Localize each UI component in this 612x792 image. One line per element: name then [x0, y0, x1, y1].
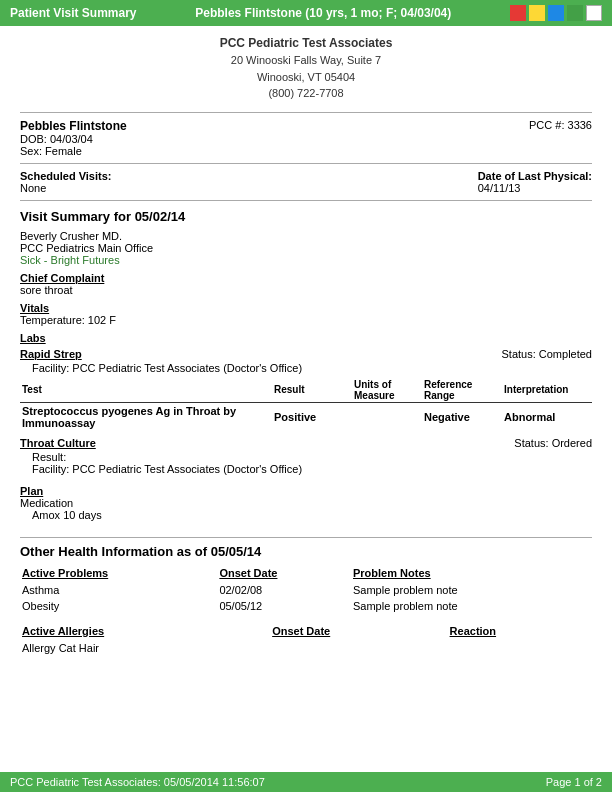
lab1-status: Status: Completed [502, 348, 593, 360]
header-title: Patient Visit Summary [10, 6, 137, 20]
patient-info-row: Pebbles Flintstone DOB: 04/03/04 Sex: Fe… [20, 119, 592, 157]
page: Patient Visit Summary Pebbles Flintstone… [0, 0, 612, 792]
allergy-1-name: Allergy Cat Hair [22, 641, 270, 655]
active-allergies-col: Active Allergies [22, 625, 270, 639]
divider-3 [20, 200, 592, 201]
provider-name: Beverly Crusher MD. [20, 230, 592, 242]
col-result: Result [272, 378, 352, 403]
dob-label: DOB: [20, 133, 47, 145]
header-patient: Pebbles Flintstone (10 yrs, 1 mo; F; 04/… [195, 6, 451, 20]
chief-complaint-label: Chief Complaint [20, 272, 592, 284]
dob-value: 04/03/04 [50, 133, 93, 145]
divider-2 [20, 163, 592, 164]
scheduled-value: None [20, 182, 112, 194]
blue-icon [548, 5, 564, 21]
lab1-name: Rapid Strep [20, 348, 82, 360]
col-test: Test [20, 378, 272, 403]
pcc-label: PCC #: [529, 119, 564, 131]
scheduled-visits-row: Scheduled Visits: None Date of Last Phys… [20, 170, 592, 194]
col-interp: Interpretation [502, 378, 592, 403]
lab1-header: Rapid Strep Status: Completed [20, 348, 592, 360]
divider-4 [20, 537, 592, 538]
plan-label: Plan [20, 485, 592, 497]
practice-info: PCC Pediatric Test Associates 20 Winoosk… [20, 34, 592, 102]
problem-1-name: Asthma [22, 583, 217, 597]
problem-row-2: Obesity 05/05/12 Sample problem note [22, 599, 590, 613]
allergy-1-reaction [450, 641, 590, 655]
other-health-title: Other Health Information as of 05/05/14 [20, 544, 592, 559]
labs-label: Labs [20, 332, 592, 344]
last-physical-label: Date of Last Physical: [478, 170, 592, 182]
lab1-section: Rapid Strep Status: Completed Facility: … [20, 348, 592, 431]
last-physical-value: 04/11/13 [478, 182, 592, 194]
provider-location: PCC Pediatrics Main Office [20, 242, 592, 254]
patient-sex: Sex: Female [20, 145, 127, 157]
last-physical-block: Date of Last Physical: 04/11/13 [478, 170, 592, 194]
lab2-section: Throat Culture Status: Ordered Result: F… [20, 437, 592, 475]
lab1-test: Streptococcus pyogenes Ag in Throat by I… [20, 402, 272, 431]
footer-page: Page 1 of 2 [546, 776, 602, 788]
content: PCC Pediatric Test Associates 20 Winoosk… [0, 26, 612, 772]
practice-address1: 20 Winooski Falls Way, Suite 7 [20, 52, 592, 69]
allergy-onset-col: Onset Date [272, 625, 447, 639]
problem-2-onset: 05/05/12 [219, 599, 351, 613]
pcc-value: 3336 [568, 119, 592, 131]
yellow-icon [529, 5, 545, 21]
medication-label: Medication [20, 497, 592, 509]
medication-value: Amox 10 days [32, 509, 592, 521]
lab1-table: Test Result Units ofMeasure ReferenceRan… [20, 378, 592, 431]
footer-practice-info: PCC Pediatric Test Associates: 05/05/201… [10, 776, 265, 788]
practice-name: PCC Pediatric Test Associates [20, 34, 592, 52]
vitals-section: Vitals Temperature: 102 F [20, 302, 592, 326]
visit-type: Sick - Bright Futures [20, 254, 592, 266]
col-ref: ReferenceRange [422, 378, 502, 403]
pcc-number-block: PCC #: 3336 [529, 119, 592, 157]
allergy-row-1: Allergy Cat Hair [22, 641, 590, 655]
lab1-reference: Negative [422, 402, 502, 431]
lab2-result-label: Result: [32, 451, 66, 463]
problem-1-onset: 02/02/08 [219, 583, 351, 597]
visit-summary-title: Visit Summary for 05/02/14 [20, 209, 592, 224]
active-problems-table: Active Problems Onset Date Problem Notes… [20, 565, 592, 615]
practice-phone: (800) 722-7708 [20, 85, 592, 102]
scheduled-block: Scheduled Visits: None [20, 170, 112, 194]
problem-notes-col: Problem Notes [353, 567, 590, 581]
white-icon [586, 5, 602, 21]
problems-header-row: Active Problems Onset Date Problem Notes [22, 567, 590, 581]
sex-label: Sex: [20, 145, 42, 157]
lab2-result: Result: [32, 451, 592, 463]
active-problems-col: Active Problems [22, 567, 217, 581]
lab2-status: Status: Ordered [514, 437, 592, 449]
header-icons [510, 5, 602, 21]
patient-dob: DOB: 04/03/04 [20, 133, 127, 145]
problem-2-name: Obesity [22, 599, 217, 613]
footer-bar: PCC Pediatric Test Associates: 05/05/201… [0, 772, 612, 792]
plan-section: Plan Medication Amox 10 days [20, 485, 592, 521]
lab1-result: Positive [272, 402, 352, 431]
chief-complaint-value: sore throat [20, 284, 592, 296]
divider-1 [20, 112, 592, 113]
onset-date-col: Onset Date [219, 567, 351, 581]
lab1-row: Streptococcus pyogenes Ag in Throat by I… [20, 402, 592, 431]
chief-complaint-section: Chief Complaint sore throat [20, 272, 592, 296]
lab1-interpretation: Abnormal [502, 402, 592, 431]
lab1-facility: Facility: PCC Pediatric Test Associates … [32, 362, 592, 374]
sex-value: Female [45, 145, 82, 157]
lab2-header: Throat Culture Status: Ordered [20, 437, 592, 449]
patient-name: Pebbles Flintstone [20, 119, 127, 133]
col-units: Units ofMeasure [352, 378, 422, 403]
red-icon [510, 5, 526, 21]
lab2-name: Throat Culture [20, 437, 96, 449]
lab2-facility: Facility: PCC Pediatric Test Associates … [32, 463, 592, 475]
temperature: Temperature: 102 F [20, 314, 592, 326]
vitals-label: Vitals [20, 302, 592, 314]
scheduled-label: Scheduled Visits: [20, 170, 112, 182]
problem-row-1: Asthma 02/02/08 Sample problem note [22, 583, 590, 597]
header-bar: Patient Visit Summary Pebbles Flintstone… [0, 0, 612, 26]
labs-section: Labs Rapid Strep Status: Completed Facil… [20, 332, 592, 475]
allergy-1-onset [272, 641, 447, 655]
green-icon [567, 5, 583, 21]
practice-address2: Winooski, VT 05404 [20, 69, 592, 86]
lab1-units [352, 402, 422, 431]
problem-1-notes: Sample problem note [353, 583, 590, 597]
